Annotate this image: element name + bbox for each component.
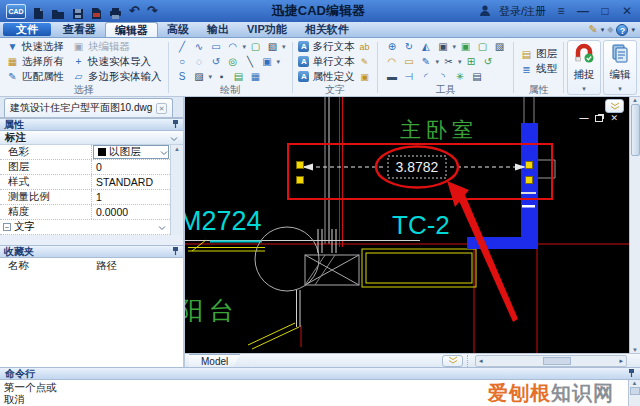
edit-button[interactable]: 编辑 ▾: [603, 40, 637, 95]
ellipse-icon[interactable]: ◌: [191, 55, 206, 68]
model-tab[interactable]: Model: [189, 354, 240, 367]
arc-icon[interactable]: ◠: [225, 40, 240, 53]
chamfer-icon[interactable]: ◝: [435, 70, 450, 83]
scroll-up-icon[interactable]: ▲: [632, 380, 638, 386]
export-pdf-icon[interactable]: [91, 3, 102, 20]
copy-icon[interactable]: ▣: [458, 40, 473, 53]
help-dropdown-icon[interactable]: ▾: [631, 26, 635, 34]
table-icon[interactable]: ▦: [248, 70, 263, 83]
scroll-down-icon[interactable]: ▼: [632, 347, 638, 353]
donut-icon[interactable]: ◎: [225, 55, 240, 68]
chevron-down-icon[interactable]: [170, 132, 178, 144]
scroll-up-icon[interactable]: ▲: [632, 97, 638, 103]
scroll-track[interactable]: [486, 356, 617, 366]
property-row-layer[interactable]: 图层 0: [0, 160, 170, 175]
shaft-hatch[interactable]: [305, 255, 359, 285]
spline-icon[interactable]: S: [174, 70, 189, 83]
edit-dropdown-icon[interactable]: ▾: [618, 85, 622, 93]
tab-file[interactable]: 文件: [3, 23, 51, 36]
properties-panel-header[interactable]: 属性: [0, 118, 183, 131]
group-icon[interactable]: ⊞: [463, 55, 478, 68]
pen-dropdown-icon[interactable]: ▾: [601, 26, 605, 34]
property-value[interactable]: 0.0000: [92, 205, 170, 219]
favorites-list[interactable]: [0, 274, 183, 367]
menu-icon[interactable]: ≡: [554, 4, 568, 18]
adjust-dropdown-icon[interactable]: ▾: [452, 43, 456, 51]
property-value[interactable]: 0: [92, 160, 170, 174]
favorites-panel-header[interactable]: 收藏夹: [0, 245, 183, 258]
pen-style-icon[interactable]: ✎: [589, 23, 598, 36]
settings-icon[interactable]: ◆: [607, 25, 613, 34]
window-code-label[interactable]: TC-2: [392, 210, 450, 240]
close-button[interactable]: ✕: [620, 4, 634, 18]
path-column-header[interactable]: 路径: [96, 259, 117, 273]
text-scale-icon[interactable]: ab: [357, 42, 371, 52]
dimension-text[interactable]: 3.8782: [396, 159, 439, 175]
pin-icon[interactable]: [172, 246, 179, 258]
mdi-restore-icon[interactable]: [595, 115, 603, 122]
text-subsection-row[interactable]: – 文字: [0, 220, 170, 235]
move-icon[interactable]: ⊕: [384, 40, 399, 53]
tab-advanced[interactable]: 高级: [158, 22, 198, 37]
property-value[interactable]: STANDARD: [92, 175, 170, 189]
cad-drawing[interactable]: 3.8782: [185, 97, 629, 353]
property-row-precision[interactable]: 精度 0.0000: [0, 205, 170, 220]
scroll-left-icon[interactable]: ◂: [476, 357, 486, 365]
match-properties-button[interactable]: ✎匹配属性: [2, 69, 68, 84]
paste-icon[interactable]: ▢: [475, 40, 490, 53]
pick-icon[interactable]: ✎: [418, 55, 433, 68]
block-dropdown-icon[interactable]: ▾: [276, 58, 280, 66]
region-dropdown-icon[interactable]: ▾: [282, 43, 286, 51]
command-line-body[interactable]: 第一个点或 取消 爱刨根知识网 ▲: [0, 380, 640, 406]
blue-wall[interactable]: [467, 97, 555, 249]
linetype-button[interactable]: ≣线型: [516, 62, 561, 77]
block-editor-button[interactable]: ▣块编辑器: [68, 39, 166, 54]
array-icon[interactable]: ▭: [401, 55, 416, 68]
tab-output[interactable]: 输出: [198, 22, 238, 37]
dimension-section-header[interactable]: 标注: [0, 131, 183, 145]
chevron-down-icon[interactable]: [158, 221, 166, 233]
snap-dropdown-icon[interactable]: ▾: [582, 85, 586, 93]
singleline-text-button[interactable]: A单行文本✎: [294, 54, 375, 69]
select-all-button[interactable]: ▦选择所有: [2, 54, 68, 69]
fillet-icon[interactable]: ◜: [418, 70, 433, 83]
print-icon[interactable]: [109, 3, 122, 20]
maximize-button[interactable]: □: [598, 4, 612, 18]
offset-icon[interactable]: ◠: [384, 55, 399, 68]
scroll-up-icon[interactable]: ▲: [174, 146, 180, 152]
tab-vip[interactable]: VIP功能: [238, 22, 296, 37]
command-scrollbar[interactable]: ▲: [628, 380, 640, 406]
explode-icon[interactable]: ✳: [452, 70, 467, 83]
polygon-entity-input-button[interactable]: ▱多边形实体输入: [68, 69, 166, 84]
edit-text-icon[interactable]: ✎: [357, 57, 371, 67]
property-value[interactable]: 1: [92, 190, 170, 204]
multiline-icon[interactable]: ╲: [242, 55, 257, 68]
tab-related[interactable]: 相关软件: [296, 22, 358, 37]
canvas-horizontal-scrollbar[interactable]: ◂ ▸: [475, 355, 627, 367]
door-swing[interactable]: [255, 227, 336, 327]
new-file-icon[interactable]: [33, 3, 44, 20]
pin-icon[interactable]: [628, 368, 635, 380]
tab-editor[interactable]: 编辑器: [105, 22, 158, 37]
document-tab[interactable]: 建筑设计住宅户型平面图10.dwg ✕: [4, 98, 173, 117]
tab-viewer[interactable]: 查看器: [54, 22, 105, 37]
ungroup-icon[interactable]: ↺: [480, 55, 495, 68]
color-combobox[interactable]: 以图层: [93, 145, 169, 159]
save-icon[interactable]: [72, 3, 84, 20]
mdi-minimize-icon[interactable]: —: [579, 113, 588, 123]
block-insert-icon[interactable]: ▣: [259, 55, 274, 68]
arc-dropdown-icon[interactable]: ▾: [242, 43, 246, 51]
balcony-label[interactable]: 阳台: [185, 296, 240, 324]
scrollbar-thumb[interactable]: [631, 104, 640, 156]
chevron-down-icon[interactable]: [160, 146, 168, 158]
window-frame[interactable]: [248, 249, 476, 349]
revcloud-arc-icon[interactable]: ↺: [208, 55, 223, 68]
scroll-right-icon[interactable]: ▸: [616, 357, 626, 365]
door-code-label[interactable]: M2724: [185, 206, 262, 236]
login-link[interactable]: 登录/注册: [499, 4, 546, 19]
join-icon[interactable]: ⊣: [401, 70, 416, 83]
property-row-scale[interactable]: 测量比例 1: [0, 190, 170, 205]
mdi-close-icon[interactable]: ✕: [610, 113, 618, 123]
trim-icon[interactable]: ✂: [441, 55, 456, 68]
adjust-icon[interactable]: ▣: [435, 40, 450, 53]
